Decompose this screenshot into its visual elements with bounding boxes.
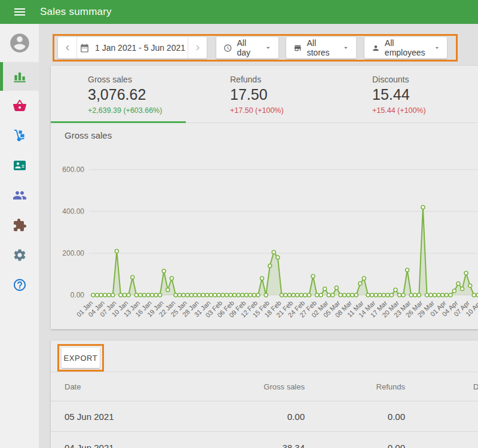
- sidebar-item-account[interactable]: [0, 24, 39, 62]
- top-app-bar: Sales summary: [0, 0, 478, 24]
- stat-delta: +15.44 (+100%): [372, 106, 477, 115]
- sidebar-item-integrations[interactable]: [0, 210, 39, 240]
- tab-discounts[interactable]: Discounts 15.44 +15.44 (+100%): [335, 66, 477, 122]
- integrations-puzzle-icon: [13, 218, 27, 232]
- page-title: Sales summary: [40, 6, 112, 18]
- table-row: 04 Jun 2021 38.34 0.00: [51, 432, 478, 448]
- tab-gross-sales[interactable]: Gross sales 3,076.62 +2,639.39 (+603.66%…: [51, 66, 193, 122]
- stats-tabs: Gross sales 3,076.62 +2,639.39 (+603.66%…: [51, 66, 478, 123]
- stat-label: Discounts: [372, 75, 477, 84]
- employee-filter-dropdown[interactable]: All employees: [364, 37, 447, 59]
- employees-people-icon: [13, 188, 27, 202]
- sales-summary-card: Gross sales 3,076.62 +2,639.39 (+603.66%…: [51, 66, 478, 329]
- chart-title: Gross sales: [65, 130, 112, 140]
- export-button[interactable]: EXPORT: [62, 348, 100, 368]
- cell-refunds: 0.00: [388, 442, 405, 448]
- sidebar-item-settings[interactable]: [0, 240, 39, 270]
- column-header-date: Date: [65, 382, 81, 391]
- cell-date: 05 Jun 2021: [65, 412, 114, 422]
- next-period-button[interactable]: [188, 37, 207, 59]
- sidebar-item-items[interactable]: [0, 91, 39, 121]
- highlight-box-filters: 1 Jan 2021 - 5 Jun 2021 All day All stor…: [53, 34, 458, 62]
- sidebar-item-employees[interactable]: [0, 180, 39, 210]
- stat-label: Refunds: [230, 75, 335, 84]
- settings-gear-icon: [13, 248, 27, 262]
- svg-text:400.00: 400.00: [62, 207, 84, 216]
- time-filter-label: All day: [237, 38, 259, 57]
- date-range-button[interactable]: 1 Jan 2021 - 5 Jun 2021: [77, 43, 188, 53]
- date-range-picker: 1 Jan 2021 - 5 Jun 2021: [58, 37, 207, 59]
- time-filter-dropdown[interactable]: All day: [216, 37, 278, 59]
- chevron-left-icon: [62, 42, 73, 53]
- daily-sales-table-card: EXPORT Date Gross sales Refunds Discount…: [51, 340, 478, 448]
- calendar-icon: [79, 43, 90, 53]
- stat-delta: +17.50 (+100%): [230, 106, 335, 115]
- column-header-gross-sales: Gross sales: [263, 382, 305, 391]
- cell-gross-sales: 38.34: [282, 442, 305, 448]
- column-header-refunds: Refunds: [376, 382, 405, 391]
- stat-label: Gross sales: [88, 75, 193, 84]
- gross-sales-line-chart: 0.00200.00400.00600.0001 Jan04 Jan07 Jan…: [51, 123, 478, 329]
- gross-sales-chart-area: Gross sales 0.00200.00400.00600.0001 Jan…: [51, 123, 478, 329]
- employee-filter-label: All employees: [385, 38, 427, 57]
- reports-bar-chart-icon: [12, 69, 27, 84]
- store-icon: [293, 43, 302, 53]
- account-avatar-icon: [8, 32, 31, 54]
- sidebar-item-help[interactable]: [0, 270, 39, 300]
- table-header-row: Date Gross sales Refunds Discounts: [51, 372, 478, 401]
- chevron-right-icon: [192, 42, 203, 53]
- sidebar-item-reports[interactable]: [0, 62, 39, 91]
- store-filter-dropdown[interactable]: All stores: [286, 37, 356, 59]
- svg-text:600.00: 600.00: [62, 165, 84, 174]
- caret-down-icon: [342, 43, 350, 53]
- clock-icon: [223, 43, 232, 53]
- person-icon: [372, 43, 380, 53]
- column-header-discounts: Discounts: [473, 382, 478, 391]
- items-basket-icon: [13, 99, 27, 113]
- cell-date: 04 Jun 2021: [65, 442, 114, 448]
- highlight-box-export: EXPORT: [57, 344, 104, 372]
- caret-down-icon: [264, 43, 272, 53]
- svg-text:200.00: 200.00: [62, 249, 84, 257]
- svg-text:0.00: 0.00: [71, 291, 85, 299]
- tab-refunds[interactable]: Refunds 17.50 +17.50 (+100%): [193, 66, 335, 122]
- stat-value: 3,076.62: [88, 86, 193, 103]
- table-row: 05 Jun 2021 0.00 0.00: [51, 401, 478, 432]
- sidebar-item-inventory[interactable]: [0, 121, 39, 151]
- caret-down-icon: [433, 43, 441, 53]
- menu-icon[interactable]: [13, 5, 27, 19]
- inventory-hand-truck-icon: [13, 128, 27, 143]
- sidebar-item-customers[interactable]: [0, 151, 39, 180]
- date-range-label: 1 Jan 2021 - 5 Jun 2021: [95, 43, 185, 53]
- stat-value: 17.50: [230, 86, 335, 103]
- cell-refunds: 0.00: [388, 412, 405, 422]
- customers-contact-card-icon: [13, 158, 27, 173]
- stat-delta: +2,639.39 (+603.66%): [88, 106, 193, 115]
- previous-period-button[interactable]: [58, 37, 76, 59]
- stat-value: 15.44: [372, 86, 477, 103]
- cell-gross-sales: 0.00: [287, 412, 305, 422]
- sidebar-nav: [0, 24, 39, 448]
- help-question-icon: [13, 278, 27, 292]
- store-filter-label: All stores: [307, 38, 336, 57]
